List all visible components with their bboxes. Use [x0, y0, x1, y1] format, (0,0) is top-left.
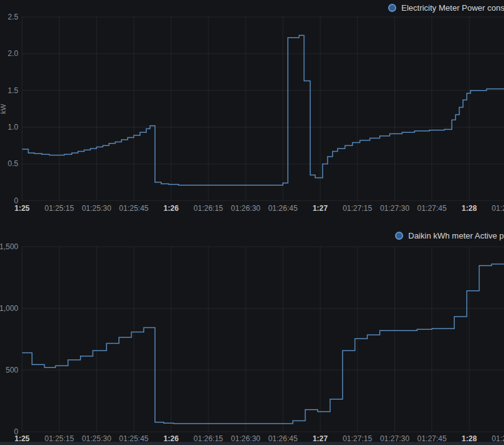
x-tick-label: 01:25:30 [82, 204, 112, 213]
dashboard: { "colors": { "background": "#141518", "… [0, 0, 504, 445]
x-tick-label: 1:28 [462, 204, 477, 213]
y-tick-label: 1,500 [0, 242, 18, 251]
legend-label: Electricity Meter Power consump [401, 3, 504, 13]
y-tick-label: 2.0 [8, 49, 18, 58]
x-tick-label: 01:25:45 [119, 204, 149, 213]
next-panel-edge-strip [0, 442, 504, 445]
series-color-dot-icon [395, 232, 403, 240]
x-tick-label: 01:27:30 [380, 204, 410, 213]
legend-item-daikin-kwh[interactable]: Daikin kWh meter Active powe [395, 231, 504, 240]
x-tick-label: 01:26:15 [193, 204, 223, 213]
x-tick-label: 1:27 [312, 204, 328, 213]
y-tick-label: 1,000 [0, 304, 18, 313]
series-color-dot-icon [388, 4, 396, 12]
y-axis-unit-label: kW [0, 103, 7, 114]
panel-daikin-kwh-meter: 05001,0001,5001:2501:25:1501:25:3001:25:… [0, 227, 504, 445]
x-tick-label: 01:27:15 [343, 204, 372, 213]
daikin-kwh-chart-plot[interactable]: 05001,0001,5001:2501:25:1501:25:3001:25:… [0, 227, 504, 445]
y-tick-label: 1.0 [8, 123, 18, 132]
x-tick-label: 01:25:15 [45, 204, 74, 213]
y-tick-label: 500 [6, 366, 18, 375]
x-tick-label: 01:27:45 [417, 204, 447, 213]
x-tick-label: 1:26 [164, 204, 179, 213]
x-tick-label: 01:26:30 [231, 204, 261, 213]
y-tick-label: 0.5 [8, 159, 18, 168]
legend-item-electricity-meter[interactable]: Electricity Meter Power consump [388, 3, 504, 13]
x-tick-label: 01:26:45 [268, 204, 298, 213]
x-tick-label: 1:25 [14, 204, 30, 213]
x-tick-label: 01:28:15 [492, 204, 504, 213]
y-tick-label: 1.5 [8, 86, 18, 95]
legend-label: Daikin kWh meter Active powe [408, 231, 504, 240]
panel-electricity-meter: 00.51.01.52.02.51:2501:25:1501:25:3001:2… [0, 0, 504, 222]
electricity-meter-chart-plot[interactable]: 00.51.01.52.02.51:2501:25:1501:25:3001:2… [0, 0, 504, 222]
y-tick-label: 2.5 [8, 13, 18, 21]
